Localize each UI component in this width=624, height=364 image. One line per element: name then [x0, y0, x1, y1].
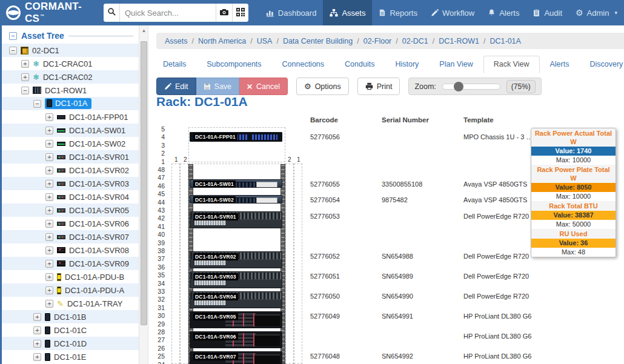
expand-icon[interactable]: + — [33, 326, 41, 334]
collapse-icon[interactable]: − — [33, 100, 41, 108]
expand-icon[interactable]: + — [21, 73, 29, 81]
tree-item-dc1-01c[interactable]: +DC1-01C — [2, 323, 148, 337]
expand-icon[interactable]: + — [33, 313, 41, 321]
rack-device-dc1-01a-svr07[interactable]: DC1-01A-SVR07 — [190, 351, 282, 364]
device-label: DC1-01A-FPP01 — [193, 133, 237, 141]
breadcrumb-link[interactable]: DC1-ROW1 — [439, 37, 479, 45]
tree-item-dc1-01a-svr03[interactable]: +DC1-01A-SVR03 — [2, 177, 148, 190]
camera-search-button[interactable] — [216, 4, 232, 22]
expand-icon[interactable]: + — [45, 153, 53, 161]
tree-item-dc1-crac01[interactable]: +❄DC1-CRAC01 — [2, 57, 148, 70]
tree-item-dc1-01a-svr07[interactable]: +DC1-01A-SVR07 — [2, 230, 148, 243]
tree-item-dc1-01a-sw02[interactable]: +DC1-01A-SW02 — [2, 137, 148, 150]
tree-item-dc1-01a-svr02[interactable]: +DC1-01A-SVR02 — [2, 164, 148, 177]
tree-item-dc1-01a-pdu-b[interactable]: +DC1-01A-PDU-B — [2, 270, 148, 283]
expand-icon[interactable]: + — [33, 340, 41, 348]
rack-device-dc1-01a-svr06[interactable]: DC1-01A-SVR06 — [190, 331, 282, 348]
expand-icon[interactable]: + — [45, 233, 53, 241]
expand-icon[interactable]: + — [45, 193, 53, 201]
tab-subcomponents[interactable]: Subcomponents — [196, 56, 271, 73]
rack-device-dc1-01a-sw01[interactable]: DC1-01A-SW01 — [190, 179, 282, 188]
print-button[interactable]: Print — [357, 78, 400, 95]
rack-device-dc1-01a-svr02[interactable]: DC1-01A-SVR02 — [190, 251, 282, 268]
cancel-button[interactable]: Cancel — [239, 78, 288, 95]
search-input[interactable] — [120, 4, 216, 21]
expand-icon[interactable]: + — [45, 127, 53, 134]
scrollbar-thumb[interactable] — [141, 41, 147, 325]
expand-icon[interactable]: + — [45, 286, 53, 294]
rack-device-dc1-01a-fpp01[interactable]: DC1-01A-FPP01 — [190, 132, 282, 142]
expand-icon[interactable]: + — [45, 220, 53, 228]
tree-item-dc1-01a-svr05[interactable]: +DC1-01A-SVR05 — [2, 204, 148, 217]
search-button[interactable] — [104, 4, 119, 22]
breadcrumb-link[interactable]: Data Center Building — [283, 37, 353, 45]
qr-scan-button[interactable] — [233, 4, 248, 22]
nav-item-dashboard[interactable]: Dashboard — [259, 0, 324, 25]
nav-item-assets[interactable]: Assets — [323, 0, 372, 25]
breadcrumb-link[interactable]: 02-Floor — [363, 37, 392, 45]
rack-device-dc1-01a-svr05[interactable]: DC1-01A-SVR05 — [190, 311, 282, 328]
options-button[interactable]: ⚙ Options — [296, 78, 349, 95]
breadcrumb-link[interactable]: North America — [198, 37, 246, 45]
tab-rack-view[interactable]: Rack View — [483, 56, 540, 73]
expand-icon[interactable]: + — [21, 60, 29, 68]
nav-item-workflow[interactable]: Workflow — [424, 0, 481, 25]
tree-item-dc1-crac02[interactable]: +❄DC1-CRAC02 — [2, 70, 148, 84]
tree-item-dc1-01a-pdu-a[interactable]: +DC1-01A-PDU-A — [2, 283, 148, 297]
selected-tree-item[interactable]: DC1-01A — [45, 98, 91, 109]
breadcrumb-link[interactable]: DC1-01A — [490, 37, 520, 45]
expand-icon[interactable]: + — [45, 273, 53, 281]
tab-details[interactable]: Details — [153, 56, 196, 73]
rack-device-dc1-01a-svr04[interactable]: DC1-01A-SVR04 — [190, 291, 282, 308]
tree-item-dc1-01a-svr04[interactable]: +DC1-01A-SVR04 — [2, 190, 148, 204]
nav-item-reports[interactable]: Reports — [372, 0, 424, 25]
device-label: DC1-01A-SVR06 — [193, 333, 238, 340]
tree-item-dc1-01a-tray[interactable]: +✎DC1-01A-TRAY — [2, 297, 148, 310]
tree-item-dc1-01a-fpp01[interactable]: +DC1-01A-FPP01 — [2, 110, 148, 124]
tree-item-dc1-01e[interactable]: +DC1-01E — [2, 350, 148, 363]
tree-item-dc1-01a-svr01[interactable]: +DC1-01A-SVR01 — [2, 150, 148, 164]
tab-history[interactable]: History — [385, 56, 429, 73]
expand-icon[interactable]: + — [45, 260, 53, 268]
expand-icon[interactable]: + — [45, 247, 53, 254]
nav-item-audit[interactable]: Audit — [526, 0, 569, 25]
tree-item-dc1-01a-svr09[interactable]: +DC1-01A-SVR09 — [2, 257, 148, 270]
collapse-icon[interactable]: − — [9, 47, 17, 55]
tab-plan-view[interactable]: Plan View — [429, 56, 483, 73]
collapse-tree-icon[interactable]: − — [9, 32, 17, 40]
rack-device-dc1-01a-svr01[interactable]: DC1-01A-SVR01 — [190, 211, 282, 228]
tree-item-02-dc1[interactable]: −02-DC1 — [2, 44, 148, 57]
tree-item-dc1-01a[interactable]: −DC1-01A — [2, 97, 148, 110]
tree-item-dc1-01a-sw01[interactable]: +DC1-01A-SW01 — [2, 124, 148, 137]
tab-alerts[interactable]: Alerts — [540, 56, 580, 73]
nav-item-admin[interactable]: ⚙Admin▾ — [569, 0, 624, 25]
tree-item-dc1-01a-svr08[interactable]: +DC1-01A-SVR08 — [2, 243, 148, 257]
app-logo[interactable]: CORMANT-CS™ — [0, 1, 101, 25]
zoom-slider-track[interactable] — [442, 84, 500, 90]
breadcrumb-link[interactable]: 02-DC1 — [402, 37, 428, 45]
breadcrumb-link[interactable]: Assets — [165, 37, 188, 45]
expand-icon[interactable]: + — [45, 113, 53, 121]
scroll-up-arrow[interactable]: ▲ — [140, 27, 148, 35]
expand-icon[interactable]: + — [45, 180, 53, 188]
rack-device-dc1-01a-sw02[interactable]: DC1-01A-SW02 — [190, 195, 282, 204]
breadcrumb-link[interactable]: USA — [257, 37, 273, 45]
expand-icon[interactable]: + — [45, 167, 53, 174]
tree-item-dc1-01a-svr06[interactable]: +DC1-01A-SVR06 — [2, 217, 148, 230]
tree-item-dc1-01d[interactable]: +DC1-01D — [2, 337, 148, 350]
expand-icon[interactable]: + — [45, 207, 53, 214]
collapse-icon[interactable]: − — [21, 87, 29, 94]
tab-connections[interactable]: Connections — [272, 56, 335, 73]
tab-conduits[interactable]: Conduits — [334, 56, 385, 73]
expand-icon[interactable]: + — [45, 140, 53, 148]
expand-icon[interactable]: + — [33, 353, 41, 361]
edit-button[interactable]: Edit — [156, 78, 196, 95]
nav-item-alerts[interactable]: Alerts — [481, 0, 526, 25]
tab-discovery[interactable]: Discovery — [579, 56, 624, 73]
tree-item-dc1-row1[interactable]: −DC1-ROW1 — [2, 84, 148, 97]
expand-icon[interactable]: + — [45, 300, 53, 308]
rack-device-dc1-01a-svr03[interactable]: DC1-01A-SVR03 — [190, 271, 282, 288]
zoom-slider-handle[interactable] — [454, 82, 463, 91]
save-button[interactable]: Save — [196, 78, 240, 95]
tree-item-dc1-01b[interactable]: +DC1-01B — [2, 310, 148, 323]
